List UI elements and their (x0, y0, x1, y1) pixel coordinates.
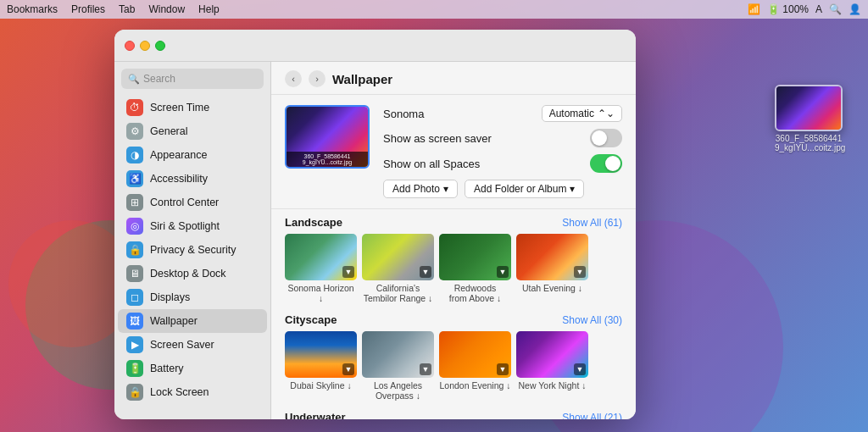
menubar-window[interactable]: Window (148, 3, 185, 15)
sidebar-item-general[interactable]: ⚙ General (118, 119, 267, 143)
controlcenter-icon: ⊞ (126, 194, 143, 211)
search-icon: 🔍 (128, 74, 140, 85)
sidebar-wallpaper-label: Wallpaper (150, 315, 198, 327)
sidebar-item-screensaver[interactable]: ▶ Screen Saver (118, 333, 267, 357)
download-icon: ▼ (420, 363, 431, 375)
show-all-spaces-toggle[interactable] (590, 154, 622, 173)
menubar-help[interactable]: Help (198, 3, 220, 15)
landscape-show-all[interactable]: Show All (61) (562, 217, 622, 229)
thumb-label: Sonoma Horizon ↓ (285, 283, 357, 303)
sidebar-desktop-label: Desktop & Dock (150, 268, 226, 280)
underwater-title: Underwater (285, 411, 346, 419)
page-title: Wallpaper (332, 72, 392, 86)
thumb-label: California's Tembilor Range ↓ (364, 283, 433, 303)
add-buttons-row: Add Photo ▾ Add Folder or Album ▾ (383, 180, 622, 198)
download-icon: ▼ (574, 266, 586, 278)
download-icon: ▼ (342, 266, 354, 278)
sidebar-item-privacy[interactable]: 🔒 Privacy & Security (118, 238, 267, 262)
content-area: ‹ › Wallpaper 360_F_58586441 9_kgIYU...c… (271, 62, 636, 419)
search-placeholder: Search (143, 73, 175, 85)
menubar-profiles[interactable]: Profiles (71, 3, 105, 15)
keyboard-icon[interactable]: A (815, 3, 822, 15)
toggle-knob-on (605, 156, 620, 171)
automatic-dropdown[interactable]: Automatic ⌃⌄ (542, 105, 622, 122)
list-item[interactable]: ▼ Redwoods from Above ↓ (439, 234, 511, 303)
sidebar-general-label: General (150, 125, 187, 137)
thumb-redwoods: ▼ (439, 234, 511, 280)
sidebar-battery-label: Battery (150, 363, 184, 374)
sidebar-item-displays[interactable]: ◻ Displays (118, 285, 267, 309)
floating-label: 360_F_58586441 9_kgIYU...coitz.jpg (775, 134, 843, 152)
sidebar-displays-label: Displays (150, 291, 190, 303)
sonoma-label: Sonoma (383, 108, 424, 120)
list-item[interactable]: ▼ Los Angeles Overpass ↓ (362, 331, 434, 401)
list-item[interactable]: ▼ New York Night ↓ (516, 331, 588, 401)
appearance-icon: ◑ (126, 147, 143, 163)
show-all-spaces-label: Show on all Spaces (383, 158, 480, 170)
chevron-down-icon: ▾ (443, 183, 448, 195)
minimize-button[interactable] (140, 41, 150, 51)
gallery-section-cityscape: Cityscape Show All (30) ▼ Dubai Skyline … (285, 313, 622, 401)
floating-preview[interactable]: 360_F_58586441 9_kgIYU...coitz.jpg (775, 85, 843, 152)
maximize-button[interactable] (155, 41, 165, 51)
thumb-label: New York Night ↓ (519, 380, 587, 390)
add-photo-label: Add Photo (392, 183, 440, 195)
list-item[interactable]: ▼ London Evening ↓ (439, 331, 511, 401)
titlebar (114, 30, 636, 62)
sidebar-item-wallpaper[interactable]: 🖼 Wallpaper (118, 309, 267, 333)
search-icon-menubar[interactable]: 🔍 (829, 3, 842, 15)
sidebar-item-screentime[interactable]: ⏱ Screen Time (118, 96, 267, 119)
sidebar-item-siri[interactable]: ◎ Siri & Spotlight (118, 214, 267, 238)
landscape-header: Landscape Show All (61) (285, 216, 622, 229)
thumb-losangeles: ▼ (362, 331, 434, 378)
toggle-knob (592, 130, 607, 146)
add-folder-label: Add Folder or Album (474, 183, 566, 195)
thumb-label: Redwoods from Above ↓ (449, 283, 501, 303)
sidebar-lockscreen-label: Lock Screen (150, 386, 209, 398)
sidebar-controlcenter-label: Control Center (150, 197, 219, 208)
list-item[interactable]: ▼ California's Tembilor Range ↓ (362, 234, 434, 303)
close-button[interactable] (125, 41, 135, 51)
download-icon: ▼ (342, 363, 354, 375)
menubar-right: 📶 🔋 100% A 🔍 👤 (748, 3, 861, 15)
download-icon: ▼ (497, 363, 509, 375)
displays-icon: ◻ (126, 289, 143, 306)
battery-sidebar-icon: 🔋 (126, 360, 143, 377)
show-screensaver-toggle[interactable] (590, 129, 622, 147)
landscape-title: Landscape (285, 216, 342, 229)
cityscape-grid: ▼ Dubai Skyline ↓ ▼ Los Angeles Overpass… (285, 331, 622, 401)
top-section: 360_F_58586441 9_kgIYU...coitz.jpg Sonom… (271, 95, 636, 209)
menubar-bookmarks[interactable]: Bookmarks (7, 3, 58, 15)
back-button[interactable]: ‹ (285, 70, 302, 87)
thumb-label: Utah Evening ↓ (522, 283, 582, 293)
sidebar-item-lockscreen[interactable]: 🔒 Lock Screen (118, 380, 267, 404)
show-screensaver-row: Show as screen saver (383, 129, 622, 147)
traffic-lights (125, 41, 165, 51)
privacy-icon: 🔒 (126, 241, 143, 258)
underwater-header: Underwater Show All (21) (285, 411, 622, 419)
underwater-show-all[interactable]: Show All (21) (562, 412, 622, 420)
sidebar-item-accessibility[interactable]: ♿ Accessibility (118, 167, 267, 191)
search-box[interactable]: 🔍 Search (121, 69, 264, 89)
user-icon-menubar[interactable]: 👤 (849, 3, 861, 15)
sonoma-row: Sonoma Automatic ⌃⌄ (383, 105, 622, 122)
list-item[interactable]: ▼ Sonoma Horizon ↓ (285, 234, 357, 303)
list-item[interactable]: ▼ Utah Evening ↓ (516, 234, 588, 303)
forward-button[interactable]: › (309, 70, 326, 87)
cityscape-header: Cityscape Show All (30) (285, 313, 622, 326)
sidebar-accessibility-label: Accessibility (150, 173, 208, 185)
preview-filename: 360_F_58586441 9_kgIYU...coitz.jpg (287, 152, 368, 167)
show-all-spaces-row: Show on all Spaces (383, 154, 622, 173)
add-folder-button[interactable]: Add Folder or Album ▾ (465, 180, 584, 198)
sidebar-item-battery[interactable]: 🔋 Battery (118, 357, 267, 380)
add-photo-button[interactable]: Add Photo ▾ (383, 180, 458, 198)
cityscape-show-all[interactable]: Show All (30) (562, 314, 622, 326)
sidebar-item-appearance[interactable]: ◑ Appearance (118, 143, 267, 167)
sidebar-screentime-label: Screen Time (150, 102, 209, 114)
sidebar-item-desktop[interactable]: 🖥 Desktop & Dock (118, 262, 267, 285)
list-item[interactable]: ▼ Dubai Skyline ↓ (285, 331, 357, 401)
wifi-icon[interactable]: 📶 (748, 3, 760, 15)
desktop-icon: 🖥 (126, 265, 143, 282)
menubar-tab[interactable]: Tab (119, 3, 135, 15)
sidebar-item-controlcenter[interactable]: ⊞ Control Center (118, 191, 267, 214)
